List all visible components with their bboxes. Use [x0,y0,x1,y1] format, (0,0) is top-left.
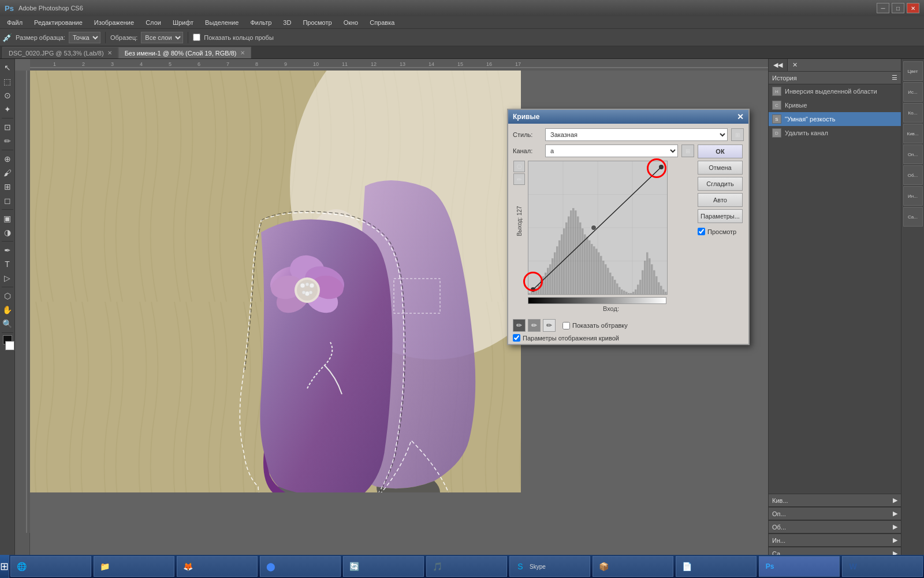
history-item-3[interactable]: D Удалить канал [769,126,901,140]
text-tool[interactable]: T [1,258,14,271]
cancel-button[interactable]: Отмена [698,161,743,175]
background-color[interactable] [5,341,14,350]
menu-item-window[interactable]: Окно [339,18,363,27]
move-tool[interactable]: ↖ [1,61,14,74]
taskbar-item-explorer[interactable]: 📁 [94,556,174,577]
tab-0-close[interactable]: ✕ [107,50,112,56]
menu-item-edit[interactable]: Редактирование [29,18,87,27]
options-mini-btn[interactable]: Оп... [903,144,923,164]
close-button[interactable]: ✕ [907,3,919,13]
hand-tool[interactable]: ✋ [1,303,14,316]
eyedropper-tool[interactable]: ✏ [1,135,14,147]
color-panel-btn[interactable]: Цвет [903,61,923,81]
panel-close-btn[interactable]: ✕ [788,59,802,71]
taskbar-item-app6[interactable]: 🎵 [426,556,507,577]
tab-1-close[interactable]: ✕ [240,50,245,56]
menu-item-file[interactable]: Файл [2,18,27,27]
panel-2-header[interactable]: Кив... ▶ [769,494,901,507]
start-button[interactable]: ⊞ [0,555,9,578]
ok-button[interactable]: ОК [698,144,743,158]
taskbar-item-app9[interactable]: 📄 [676,556,757,577]
clipping-checkbox[interactable] [562,322,570,329]
sample-select[interactable]: Все слои [141,32,183,43]
auto-button[interactable]: Авто [698,193,743,207]
taskbar-item-app3[interactable]: 🦊 [177,556,258,577]
gradient-tool[interactable]: ▣ [1,212,14,225]
curve-canvas[interactable] [528,161,668,295]
tool-divider5 [2,287,13,287]
minimize-button[interactable]: ─ [877,3,889,13]
tab-1-label: Без имени-1 @ 80% (Слой 19, RGB/8) [125,50,237,57]
layers-mini-btn[interactable]: Са... [903,207,923,227]
panel-3-header[interactable]: Оп... ▶ [769,507,901,520]
options-button[interactable]: Параметры... [698,209,743,223]
channel-options-btn[interactable]: ⊞ [681,144,694,157]
history-panel-header[interactable]: История ☰ [769,72,901,84]
menu-item-help[interactable]: Справка [365,18,399,27]
panel-5-header[interactable]: Ин... ▶ [769,534,901,547]
info-mini-btn[interactable]: Об... [903,165,923,185]
menu-item-layers[interactable]: Слои [141,18,166,27]
history-menu-icon[interactable]: ☰ [892,74,897,81]
panel-expand-btn[interactable]: ◀◀ [769,59,788,71]
io-row: ✏ ✏ ✏ Показать обтравку [513,319,744,332]
pencil-btn[interactable]: ✏ [513,173,525,185]
panel-section-4: Об... ▶ [769,521,901,534]
menu-item-view[interactable]: Просмотр [298,18,336,27]
midtone-eyedropper[interactable]: ✏ [528,319,541,332]
display-options-checkbox[interactable] [513,334,520,342]
brush-tool[interactable]: 🖌 [1,166,14,179]
shape-tool[interactable]: ⬡ [1,290,14,302]
taskbar-item-app8[interactable]: 📦 [593,556,673,577]
history-item-1[interactable]: C Кривые [769,98,901,112]
taskbar-item-skype[interactable]: S Skype [509,556,590,577]
eraser-tool[interactable]: ◻ [1,194,14,207]
curves-presets-btn[interactable]: ⊞ [731,128,744,141]
panel-4-header[interactable]: Об... ▶ [769,521,901,533]
tab-0[interactable]: DSC_0020.JPG @ 53,3% (Lab/8) ✕ [2,47,118,58]
curves-titlebar: Кривые ✕ [508,110,748,124]
lasso-tool[interactable]: ⊙ [1,89,14,102]
preview-checkbox[interactable] [698,228,705,235]
size-select[interactable]: Точка [69,32,100,43]
channels-mini-btn[interactable]: Ин... [903,186,923,206]
crop-tool[interactable]: ⊡ [1,121,14,134]
taskbar-item-word[interactable]: W [842,556,923,577]
path-select-tool[interactable]: ▷ [1,272,14,284]
history-item-2[interactable]: S "Умная" резкость [769,112,901,126]
curves-mini-btn[interactable]: Кив... [903,124,923,143]
taskbar-item-photoshop[interactable]: Ps [759,556,840,577]
taskbar-item-app5[interactable]: 🔄 [343,556,424,577]
dialog-close-btn[interactable]: ✕ [737,112,744,121]
heal-tool[interactable]: ⊕ [1,153,14,165]
magic-wand-tool[interactable]: ✦ [1,103,14,116]
svg-text:10: 10 [313,61,319,67]
smooth-button[interactable]: Сгладить [698,177,743,191]
maximize-button[interactable]: □ [892,3,904,13]
history-mini-btn[interactable]: Ис... [903,82,923,102]
taskbar-item-ie[interactable]: 🌐 [10,556,91,577]
menu-item-3d[interactable]: 3D [278,18,296,27]
menu-item-font[interactable]: Шрифт [168,18,198,27]
menu-item-filter[interactable]: Фильтр [245,18,276,27]
edit-curve-btn[interactable]: ⎔ [513,161,525,172]
black-point-eyedropper[interactable]: ✏ [513,319,526,332]
style-select[interactable]: Заказная [545,128,728,141]
swatches-btn[interactable]: Ко... [903,103,923,123]
history-item-0[interactable]: H Инверсия выделенной области [769,84,901,98]
tab-1[interactable]: Без имени-1 @ 80% (Слой 19, RGB/8) ✕ [118,47,251,58]
selection-tool[interactable]: ⬚ [1,75,14,88]
channel-select[interactable]: a [545,144,678,157]
divider2 [188,32,188,43]
white-point-eyedropper[interactable]: ✏ [543,319,556,332]
pen-tool[interactable]: ✒ [1,244,14,257]
eyedropper-tool-icon: 💉 [2,33,12,42]
show-ring-checkbox[interactable] [193,34,200,41]
history-title: История [772,75,797,81]
menu-item-image[interactable]: Изображение [90,18,139,27]
taskbar-item-chrome[interactable]: ⬤ [260,556,341,577]
zoom-tool[interactable]: 🔍 [1,317,14,330]
dodge-tool[interactable]: ◑ [1,226,14,239]
clone-tool[interactable]: ⊞ [1,180,14,193]
menu-item-select[interactable]: Выделение [200,18,243,27]
